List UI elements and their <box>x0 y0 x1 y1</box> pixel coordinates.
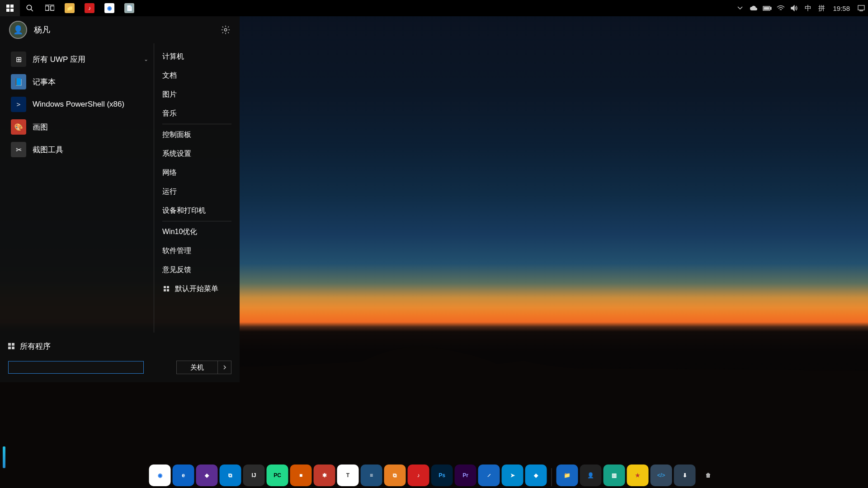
volume-icon[interactable] <box>788 0 801 16</box>
dock-app-pycharm[interactable]: PC <box>267 465 288 486</box>
quicklink-item[interactable]: 计算机 <box>154 47 240 66</box>
dock-app-user-red[interactable]: 👤 <box>580 465 602 486</box>
cloud-icon[interactable] <box>747 0 760 16</box>
divider <box>162 124 231 124</box>
taskbar: 📁♪◉📄 中 拼 19:58 <box>0 0 868 16</box>
dock-app-app-blue[interactable]: ≡ <box>361 465 382 486</box>
dock-app-premiere[interactable]: Pr <box>455 465 476 486</box>
dock-app-photoshop[interactable]: Ps <box>431 465 453 486</box>
volume-osd-bar <box>3 446 5 468</box>
quicklink-item[interactable]: Win10优化 <box>154 222 240 241</box>
battery-icon[interactable] <box>760 0 774 16</box>
svg-rect-20 <box>12 343 14 346</box>
start-app-uwp[interactable]: ⊞所有 UWP 应用⌄ <box>5 48 154 70</box>
settings-button[interactable] <box>221 25 231 35</box>
start-app-label: 截图工具 <box>33 145 63 155</box>
dock-app-typora[interactable]: T <box>337 465 359 486</box>
start-app-label: 画图 <box>33 122 48 132</box>
uwp-icon: ⊞ <box>11 52 26 67</box>
task-view-button[interactable] <box>40 0 60 16</box>
username-label: 杨凡 <box>34 24 50 35</box>
dock-app-xmind[interactable]: ✱ <box>314 465 335 486</box>
start-app-paint[interactable]: 🎨画图 <box>5 116 154 138</box>
dock: ◉e◆⧉IJPC■✱T≡⧉♪PsPr⟋➤◆ 📁👤▥★</>⬇🗑 <box>149 465 719 486</box>
svg-point-4 <box>27 5 32 10</box>
dock-app-recycle[interactable]: 🗑 <box>698 465 719 486</box>
svg-marker-12 <box>791 5 794 11</box>
ime-language[interactable]: 中 <box>801 0 815 16</box>
taskbar-app-file-explorer[interactable]: 📁 <box>60 0 80 16</box>
dock-app-chrome[interactable]: ◉ <box>149 465 171 486</box>
start-menu: 👤 杨凡 ⊞所有 UWP 应用⌄📘记事本＞Windows PowerShell … <box>0 16 240 382</box>
divider <box>162 221 231 221</box>
dock-app-telegram[interactable]: ➤ <box>502 465 524 486</box>
dock-app-app-diamond[interactable]: ◆ <box>525 465 547 486</box>
taskbar-app-netease-music[interactable]: ♪ <box>80 0 99 16</box>
dock-app-intellij[interactable]: IJ <box>243 465 265 486</box>
svg-rect-11 <box>764 7 769 9</box>
svg-rect-2 <box>6 9 9 12</box>
default-start-menu[interactable]: 默认开始菜单 <box>154 279 240 298</box>
dock-app-netease[interactable]: ♪ <box>408 465 429 486</box>
ime-mode[interactable]: 拼 <box>815 0 828 16</box>
dock-app-visual-studio[interactable]: ◆ <box>196 465 218 486</box>
svg-rect-15 <box>164 286 166 288</box>
svg-line-5 <box>31 9 33 11</box>
taskbar-app-notepad[interactable]: 📄 <box>119 0 139 16</box>
dock-separator <box>552 468 552 486</box>
quicklink-item[interactable]: 网络 <box>154 163 240 182</box>
start-app-snip[interactable]: ✂截图工具 <box>5 138 154 161</box>
powershell-icon: ＞ <box>11 97 26 112</box>
windows-icon <box>162 286 170 291</box>
user-avatar[interactable]: 👤 <box>9 21 27 39</box>
dock-app-folder[interactable]: 📁 <box>557 465 578 486</box>
quicklink-item[interactable]: 控制面板 <box>154 125 240 144</box>
svg-rect-1 <box>10 5 14 8</box>
all-programs-label: 所有程序 <box>20 341 51 352</box>
svg-rect-22 <box>12 347 14 349</box>
quicklink-item[interactable]: 系统设置 <box>154 144 240 163</box>
dock-app-books[interactable]: ▥ <box>604 465 625 486</box>
dock-app-app-star[interactable]: ★ <box>627 465 649 486</box>
dock-app-dev-tool[interactable]: </> <box>651 465 672 486</box>
start-app-label: 记事本 <box>33 77 56 87</box>
dock-app-app-orange[interactable]: ■ <box>290 465 312 486</box>
grid-icon <box>8 343 20 349</box>
quicklink-item[interactable]: 设备和打印机 <box>154 201 240 220</box>
quicklink-item[interactable]: 图片 <box>154 85 240 104</box>
svg-rect-16 <box>167 286 169 288</box>
snip-icon: ✂ <box>11 142 26 157</box>
search-button[interactable] <box>20 0 40 16</box>
chevron-down-icon: ⌄ <box>144 56 148 62</box>
svg-rect-17 <box>164 289 166 291</box>
start-button[interactable] <box>0 0 20 16</box>
quicklink-item[interactable]: 运行 <box>154 182 240 201</box>
power-options-button[interactable] <box>218 361 231 374</box>
taskbar-app-chrome[interactable]: ◉ <box>99 0 119 16</box>
dock-app-vmware[interactable]: ⧉ <box>384 465 406 486</box>
clock[interactable]: 19:58 <box>828 5 854 12</box>
shutdown-button[interactable]: 关机 <box>176 361 218 374</box>
notepad-icon: 📘 <box>11 74 26 89</box>
default-start-label: 默认开始菜单 <box>175 284 218 294</box>
quicklink-item[interactable]: 意见反馈 <box>154 260 240 279</box>
quicklink-item[interactable]: 文档 <box>154 66 240 85</box>
dock-app-download[interactable]: ⬇ <box>674 465 696 486</box>
paint-icon: 🎨 <box>11 119 26 135</box>
wifi-icon[interactable] <box>774 0 788 16</box>
quicklink-item[interactable]: 音乐 <box>154 104 240 123</box>
dock-app-vscode[interactable]: ⧉ <box>220 465 241 486</box>
tray-expand-icon[interactable] <box>733 0 747 16</box>
quicklink-item[interactable]: 软件管理 <box>154 241 240 260</box>
svg-rect-10 <box>770 7 771 9</box>
svg-rect-19 <box>8 343 11 346</box>
start-app-notepad[interactable]: 📘记事本 <box>5 70 154 93</box>
dock-app-wireshark[interactable]: ⟋ <box>478 465 500 486</box>
svg-rect-0 <box>6 5 9 8</box>
action-center-icon[interactable] <box>854 0 868 16</box>
svg-rect-3 <box>10 9 14 12</box>
dock-app-edge[interactable]: e <box>173 465 194 486</box>
start-app-powershell[interactable]: ＞Windows PowerShell (x86) <box>5 93 154 116</box>
all-programs-button[interactable]: 所有程序 <box>8 338 231 354</box>
start-search-input[interactable] <box>8 361 144 374</box>
